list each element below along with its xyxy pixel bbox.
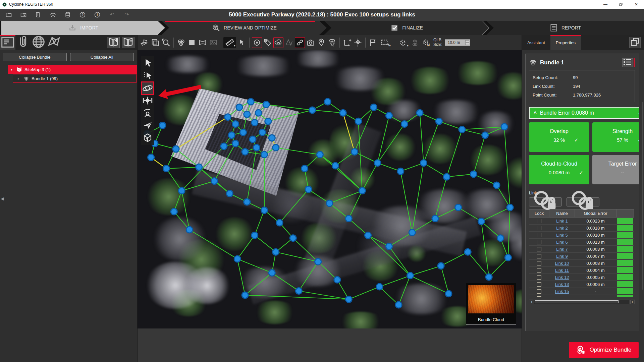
tab-report[interactable]: REPORT xyxy=(486,21,644,35)
tab-properties[interactable]: Properties xyxy=(550,35,581,50)
minimize-button[interactable]: — xyxy=(598,0,613,9)
zoom-window-tool[interactable] xyxy=(161,37,171,48)
link-table-row[interactable]: Link 5 0.0010 m xyxy=(529,232,634,239)
pivot-cube-tool[interactable] xyxy=(142,132,153,143)
lock-checkbox[interactable] xyxy=(537,261,541,265)
close-project-icon[interactable] xyxy=(20,11,27,18)
optimize-bundle-button[interactable]: Optimize Bundle xyxy=(569,342,639,358)
scroll-right-arrow[interactable]: ▸ xyxy=(631,300,635,304)
open-project-icon[interactable] xyxy=(5,11,12,18)
link-name[interactable]: Link 5 xyxy=(556,233,568,238)
link-table-row[interactable]: Link 20 0.0006 m xyxy=(529,295,634,297)
panel-vscrollbar[interactable] xyxy=(642,102,643,290)
lock-checkbox[interactable] xyxy=(537,275,541,280)
lock-checkbox[interactable] xyxy=(537,233,541,237)
tab-assistant[interactable]: Assistant xyxy=(522,35,550,50)
lock-all-links-button[interactable] xyxy=(529,197,562,206)
show-images-toggle[interactable] xyxy=(306,37,316,48)
link-name[interactable]: Link 20 xyxy=(555,296,569,297)
tab-review-and-optimize[interactable]: REVIEW AND OPTIMIZE xyxy=(162,21,327,35)
links-table-hscrollbar[interactable]: ◂ ▸ xyxy=(529,300,635,304)
storage-icon[interactable] xyxy=(64,11,71,18)
lock-checkbox[interactable] xyxy=(537,282,541,287)
lock-checkbox[interactable] xyxy=(537,247,541,251)
link-name[interactable]: Link 6 xyxy=(556,240,568,245)
import-data-icon[interactable] xyxy=(35,11,42,18)
caret-right-icon[interactable]: ▸ xyxy=(18,77,21,80)
limit-box-tool[interactable]: ▼ xyxy=(396,37,409,48)
link-name[interactable]: Link 13 xyxy=(555,282,569,287)
pan-tool[interactable] xyxy=(142,95,153,106)
show-mesh-toggle[interactable] xyxy=(284,37,294,48)
fit-view-tool[interactable] xyxy=(150,37,160,48)
ortho-view-toggle[interactable] xyxy=(187,37,197,48)
lock-checkbox[interactable] xyxy=(537,240,541,244)
link-name[interactable]: Link 15 xyxy=(555,289,569,294)
link-table-row[interactable]: Link 11 0.0004 m xyxy=(529,267,634,274)
link-name[interactable]: Link 11 xyxy=(555,268,569,273)
add-coordinate-tool[interactable] xyxy=(342,37,352,48)
scrollbar-thumb[interactable] xyxy=(535,300,619,303)
info-icon[interactable]: i xyxy=(94,11,101,18)
look-around-tool[interactable] xyxy=(142,107,153,119)
restore-button[interactable] xyxy=(613,0,629,9)
point-cloud-viewport[interactable]: Bundle Cloud xyxy=(138,50,522,328)
show-targets-toggle[interactable] xyxy=(252,37,262,48)
measure-tool[interactable]: ▼ xyxy=(223,37,236,48)
qlb-size-stepper[interactable] xyxy=(465,40,469,45)
scroll-left-arrow[interactable]: ◂ xyxy=(529,300,533,304)
add-sitemap-button[interactable] xyxy=(107,37,120,48)
lock-checkbox[interactable] xyxy=(537,268,541,273)
tree-item-sitemap[interactable]: ▾ SiteMap 3 (1) xyxy=(8,65,137,74)
link-table-row[interactable]: Link 13 0.0006 m xyxy=(529,281,634,288)
caret-down-icon[interactable]: ▾ xyxy=(11,68,14,71)
close-button[interactable]: ✕ xyxy=(629,0,644,9)
bundle-list-button[interactable] xyxy=(622,58,633,67)
link-table-row[interactable]: Link 7 0.0003 m xyxy=(529,246,634,253)
link-name[interactable]: Link 7 xyxy=(556,247,568,252)
link-table-row[interactable]: Link 9 0.0007 m xyxy=(529,253,634,260)
pick-point-tool[interactable] xyxy=(237,37,247,48)
qlb-size-input[interactable]: 10.0 m xyxy=(445,39,470,46)
link-name[interactable]: Link 9 xyxy=(556,254,568,259)
lock-checkbox[interactable] xyxy=(537,289,541,294)
show-links-toggle[interactable] xyxy=(295,37,305,48)
help-icon[interactable]: ? xyxy=(79,11,86,18)
tab-network[interactable] xyxy=(46,35,62,50)
redo-icon[interactable]: ↷ xyxy=(123,11,130,18)
lock-checkbox[interactable] xyxy=(537,219,541,223)
selection-mode-tool[interactable]: ▼ xyxy=(379,37,391,48)
bundle-view-toggle[interactable] xyxy=(176,37,186,48)
settings-gear-icon[interactable] xyxy=(50,11,56,18)
panorama-view-toggle[interactable] xyxy=(198,37,208,48)
select-tool[interactable] xyxy=(142,58,153,69)
orbit-tool[interactable] xyxy=(142,82,153,94)
limit-box-manager-tool[interactable]: M xyxy=(421,37,431,48)
link-name[interactable]: Link 12 xyxy=(555,275,569,280)
lock-checkbox[interactable] xyxy=(537,254,541,258)
bundle-error-banner[interactable]: ^ Bundle Error 0.0080 m ✓ xyxy=(529,107,639,119)
show-clouds-toggle[interactable] xyxy=(273,37,283,48)
tree-item-bundle[interactable]: ▸ Bundle 1 (99) xyxy=(13,74,137,83)
fly-tool[interactable] xyxy=(142,120,153,131)
link-table-row[interactable]: Link 15 - xyxy=(529,288,634,295)
move-setup-tool[interactable] xyxy=(353,37,363,48)
expand-panel-button[interactable] xyxy=(629,37,641,48)
link-name[interactable]: Link 2 xyxy=(556,226,568,231)
link-table-row[interactable]: Link 10 0.0008 m xyxy=(529,260,634,267)
navigate-3d-tool[interactable] xyxy=(140,37,150,48)
multi-select-tool[interactable] xyxy=(142,70,153,81)
visual-alignment-tool[interactable] xyxy=(368,37,378,48)
show-labels-toggle[interactable] xyxy=(263,37,273,48)
lock-checkbox[interactable] xyxy=(537,226,541,230)
column-header-quality[interactable] xyxy=(616,209,634,218)
image-view-toggle[interactable] xyxy=(208,37,218,48)
link-table-row[interactable]: Link 12 0.0005 m xyxy=(529,274,634,281)
lock-checkbox[interactable] xyxy=(537,296,541,297)
tab-geo[interactable] xyxy=(31,35,46,50)
link-table-row[interactable]: Link 6 0.0013 m xyxy=(529,239,634,246)
link-name[interactable]: Link 1 xyxy=(556,219,568,224)
setups-filter-toggle[interactable] xyxy=(327,37,337,48)
collapse-bundle-button[interactable]: Collapse Bundle xyxy=(3,53,67,61)
bundle-cloud-thumbnail[interactable]: Bundle Cloud xyxy=(466,283,516,324)
